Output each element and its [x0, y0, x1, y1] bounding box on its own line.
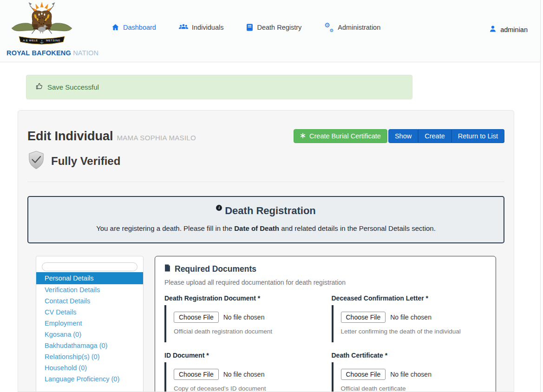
file-status: No file chosen	[390, 314, 432, 321]
user-menu[interactable]: adminian	[489, 25, 528, 34]
doc-help-text: Copy of deceased's ID document	[174, 385, 320, 392]
sidebar-item-personal-details[interactable]: Personal Details	[36, 272, 143, 284]
upload-block: Choose File No file chosen Copy of decea…	[164, 362, 320, 392]
edit-individual-card: Edit IndividualMAMA SOPHIA MASILO Create…	[18, 110, 514, 392]
app-header: A E WELE METSING ⚓ ROYAL BAFOKENG NATION…	[0, 0, 543, 62]
nav-item-label: Individuals	[192, 24, 224, 31]
required-mark: *	[258, 294, 260, 302]
logo-wordmark: ROYAL BAFOKENG NATION	[7, 49, 77, 57]
home-icon	[111, 24, 119, 31]
documents-subtitle: Please upload all required documentation…	[164, 279, 486, 286]
scrollbar[interactable]	[540, 0, 543, 392]
thumbs-up-icon	[36, 83, 43, 91]
sidebar-item-kgosana[interactable]: Kgosana (0)	[36, 329, 143, 340]
divider	[27, 182, 504, 182]
documents-grid: Death Registration Document * Choose Fil…	[164, 294, 486, 392]
sidebar-item-language-proficiency[interactable]: Language Proficiency (0)	[36, 373, 143, 385]
doc-field-label: Death Certificate *	[332, 352, 487, 359]
file-status: No file chosen	[223, 371, 265, 378]
sidebar-item-employment[interactable]: Employment	[36, 318, 143, 329]
page-heading: Edit IndividualMAMA SOPHIA MASILO	[27, 129, 196, 144]
doc-help-text: Official death registration document	[174, 328, 320, 335]
nav-item-label: Dashboard	[123, 24, 156, 31]
person-name: MAMA SOPHIA MASILO	[117, 134, 196, 142]
upload-block: Choose File No file chosen Official deat…	[332, 362, 487, 392]
anchor-icon: ⚓	[40, 39, 44, 44]
logo-name-light: NATION	[73, 49, 98, 57]
show-button[interactable]: Show	[388, 129, 418, 143]
info-icon: i	[216, 205, 222, 211]
sidebar-item-cv-details[interactable]: CV Details	[36, 307, 143, 318]
doc-field-death-registration-document: Death Registration Document * Choose Fil…	[164, 294, 320, 342]
sidebar-item-relationships[interactable]: Relationship(s) (0)	[36, 351, 143, 362]
sidebar-item-verification-details[interactable]: Verification Details	[36, 284, 143, 295]
action-buttons: Create Burial Certificate Show Create Re…	[294, 129, 504, 143]
file-status: No file chosen	[223, 314, 265, 321]
nav-item-death-registry[interactable]: Death Registry	[246, 24, 301, 31]
upload-block: Choose File No file chosen Official deat…	[164, 305, 320, 342]
title-row: Edit IndividualMAMA SOPHIA MASILO Create…	[27, 129, 504, 144]
section-nav-panel: Personal Details Verification Details Co…	[36, 256, 144, 392]
logo-motto-left: A E WELE	[23, 39, 38, 42]
doc-field-deceased-confirmation-letter: Deceased Confirmation Letter * Choose Fi…	[332, 294, 487, 342]
doc-field-id-document: ID Document * Choose File No file chosen…	[164, 352, 320, 392]
upload-block: Choose File No file chosen Letter confir…	[332, 305, 487, 342]
people-icon	[179, 24, 188, 31]
choose-file-button[interactable]: Choose File	[341, 369, 386, 380]
documents-title: Required Documents	[164, 264, 486, 274]
nav-item-administration[interactable]: ⚙ ⚙ Administration	[324, 23, 380, 31]
nav-item-label: Administration	[338, 24, 380, 31]
file-input[interactable]: Choose File No file chosen	[174, 369, 320, 380]
doc-field-death-certificate: Death Certificate * Choose File No file …	[332, 352, 487, 392]
choose-file-button[interactable]: Choose File	[174, 312, 219, 323]
rbn-logo: A E WELE METSING ⚓ ROYAL BAFOKENG NATION	[7, 1, 77, 57]
main-nav: Dashboard Individuals Death Registry ⚙	[111, 23, 380, 31]
page-title: Edit Individual	[27, 129, 113, 143]
notice-body: You are registering a death. Please fill…	[36, 224, 496, 232]
required-mark: *	[385, 352, 387, 359]
save-success-alert: Save Successful	[26, 75, 412, 99]
gears-icon: ⚙ ⚙	[324, 23, 334, 31]
choose-file-button[interactable]: Choose File	[341, 312, 386, 323]
logo-name-bold: ROYAL BAFOKENG	[7, 49, 71, 57]
doc-help-text: Letter confirming the death of the indiv…	[341, 328, 487, 335]
doc-help-text: Official death certificate	[341, 385, 487, 392]
alert-message: Save Successful	[47, 83, 99, 91]
doc-field-label: ID Document *	[164, 352, 320, 359]
doc-field-label: Deceased Confirmation Letter *	[332, 294, 487, 302]
nav-item-dashboard[interactable]: Dashboard	[111, 24, 156, 31]
flower-icon	[300, 132, 306, 140]
rbn-crest-logo: A E WELE METSING ⚓	[9, 1, 74, 48]
button-group: Show Create Return to List	[388, 129, 504, 143]
verification-status-row: Fully Verified	[27, 150, 504, 171]
verification-status-label: Fully Verified	[51, 155, 120, 168]
choose-file-button[interactable]: Choose File	[174, 369, 219, 380]
doc-field-label: Death Registration Document *	[164, 294, 320, 302]
create-button[interactable]: Create	[418, 129, 451, 143]
notice-title: iDeath Registration	[36, 205, 496, 217]
file-status: No file chosen	[390, 371, 432, 378]
section-nav-list: Personal Details Verification Details Co…	[36, 272, 143, 385]
file-input[interactable]: Choose File No file chosen	[174, 312, 320, 323]
sidebar-item-household[interactable]: Household (0)	[36, 362, 143, 373]
sidebar-item-bakhudathamaga[interactable]: Bakhudathamaga (0)	[36, 340, 143, 351]
sidebar-item-contact-details[interactable]: Contact Details	[36, 295, 143, 307]
nav-item-label: Death Registry	[257, 24, 301, 31]
user-icon	[489, 25, 497, 34]
verified-shield-icon	[27, 150, 45, 171]
required-mark: *	[426, 294, 428, 302]
required-documents-panel: Required Documents Please upload all req…	[155, 256, 496, 392]
return-to-list-button[interactable]: Return to List	[451, 129, 504, 143]
create-burial-certificate-button[interactable]: Create Burial Certificate	[294, 129, 387, 143]
content-row: Personal Details Verification Details Co…	[36, 256, 504, 392]
death-registration-notice: iDeath Registration You are registering …	[27, 196, 504, 243]
notice-bold-text: Date of Death	[234, 224, 279, 232]
logo-motto-right: METSING	[46, 39, 60, 42]
nav-item-individuals[interactable]: Individuals	[179, 24, 224, 31]
file-input[interactable]: Choose File No file chosen	[341, 369, 487, 380]
username-label: adminian	[500, 26, 528, 33]
file-icon	[164, 264, 170, 274]
file-input[interactable]: Choose File No file chosen	[341, 312, 487, 323]
book-icon	[246, 24, 253, 31]
sidebar-search-input[interactable]	[42, 262, 137, 271]
